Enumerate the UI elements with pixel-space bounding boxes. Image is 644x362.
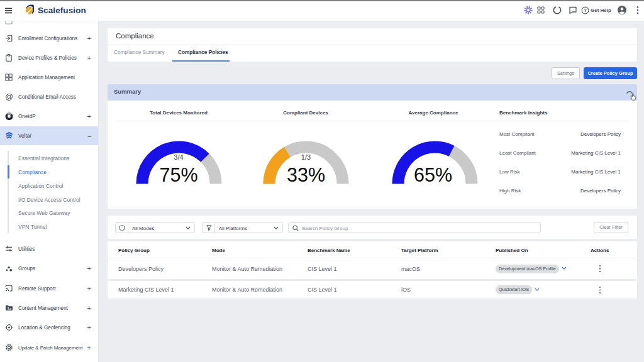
svg-text:?: ? [584, 8, 587, 13]
svg-text:@: @ [5, 92, 13, 101]
